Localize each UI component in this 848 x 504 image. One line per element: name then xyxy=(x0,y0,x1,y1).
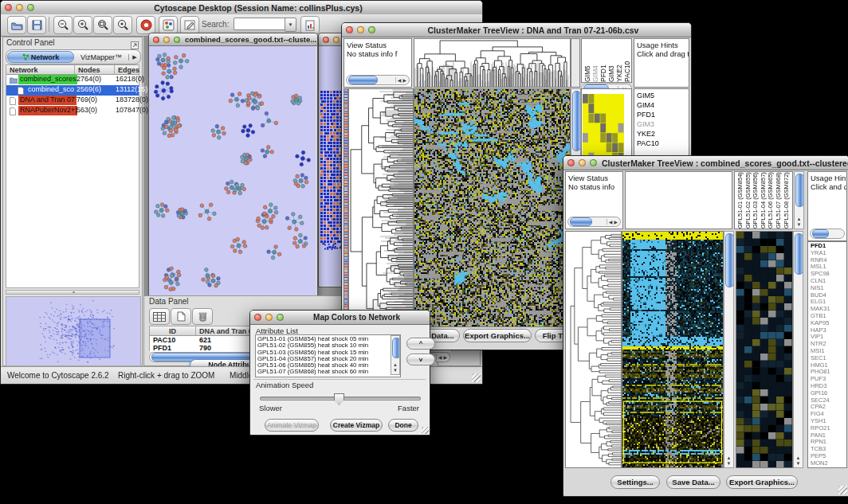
tv1-global-heatmap[interactable] xyxy=(414,88,571,327)
tv2-collabels-vscrollbar[interactable]: ▲▼ xyxy=(794,171,804,229)
attribute-item[interactable]: GPL51-07 (GSM868) heat shock 60 min xyxy=(257,369,398,375)
tv2-gene-label[interactable]: NIS1 xyxy=(811,285,846,292)
tv2-gene-label[interactable]: TCB3 xyxy=(811,446,846,453)
tv2-gene-label[interactable]: HMG1 xyxy=(811,362,846,369)
animate-vizmap-button[interactable]: Animate Vizmap xyxy=(265,419,319,432)
tv2-export-graphics-button[interactable]: Export Graphics... xyxy=(726,475,798,489)
tv2-gene-label[interactable]: MON2 xyxy=(811,460,846,467)
tv1-gene-label[interactable]: YKE2 xyxy=(637,129,689,139)
tv1-mini-scrollbar[interactable] xyxy=(571,38,580,88)
done-button[interactable]: Done xyxy=(388,419,418,432)
tv1-gene-label[interactable]: PAC10 xyxy=(637,139,689,148)
tv2-gene-label[interactable]: GPI16 xyxy=(811,390,846,397)
tv2-gene-label[interactable]: RPN1 xyxy=(811,439,846,446)
tv2-gene-label[interactable]: MSL1 xyxy=(811,264,846,271)
tv2-gene-label[interactable]: PFD1 xyxy=(811,243,846,250)
tv2-gene-list[interactable]: PFD1YRA1RNR4MSL1SPC98CLN1NIS1BUD4ELG1MAK… xyxy=(807,241,847,468)
tv1-titlebar[interactable]: ClusterMaker TreeView : DNA and Tran 07-… xyxy=(342,23,691,37)
tv2-gene-label[interactable]: NTR2 xyxy=(811,341,846,348)
tv2-gene-label[interactable]: ELG1 xyxy=(811,299,846,306)
zoom-button[interactable] xyxy=(174,37,180,43)
tv2-gene-label[interactable]: CPA2 xyxy=(811,404,846,411)
tv2-gene-label[interactable]: MSI1 xyxy=(811,348,846,355)
search-input[interactable] xyxy=(234,18,288,30)
tv2-heatmap-vscrollbar[interactable]: ▲▼ xyxy=(724,231,734,468)
move-down-button[interactable]: v xyxy=(406,354,435,365)
tv2-global-heatmap[interactable] xyxy=(622,231,724,468)
create-vizmap-button[interactable]: Create Vizmap xyxy=(330,419,383,432)
attribute-list-scrollbar[interactable]: ▲▼ xyxy=(391,335,400,375)
close-button[interactable] xyxy=(567,159,575,166)
tv2-gene-label[interactable]: HAP3 xyxy=(811,327,846,334)
tv2-gene-label[interactable]: GTB1 xyxy=(811,313,846,320)
slider-thumb[interactable] xyxy=(334,393,344,405)
panel-splitter[interactable] xyxy=(6,290,139,295)
vizmap-icon[interactable] xyxy=(159,16,178,34)
tv2-gene-label[interactable]: KAP95 xyxy=(811,320,846,327)
tv2-gene-label[interactable]: BUD4 xyxy=(811,292,846,299)
col-header-nodes[interactable]: Nodes xyxy=(75,65,115,75)
tv2-zoom-heatmap[interactable] xyxy=(736,231,793,468)
annotation-icon[interactable] xyxy=(180,16,199,34)
minimize-button[interactable] xyxy=(357,26,364,33)
animation-speed-slider[interactable] xyxy=(260,397,421,400)
data-col-id[interactable]: ID xyxy=(150,326,196,336)
tv2-zoom-vscrollbar[interactable]: ▲▼ xyxy=(793,231,803,468)
zoom-button[interactable] xyxy=(368,26,375,33)
zoom-out-icon[interactable] xyxy=(53,16,73,34)
tv2-gene-label[interactable]: CLN1 xyxy=(811,278,846,285)
tv1-export-graphics-button[interactable]: Export Graphics... xyxy=(463,329,532,342)
network-tree-row[interactable]: DNA and Tran 07769(0)183728(0) xyxy=(6,96,139,106)
tv2-gene-label[interactable]: SEC1 xyxy=(811,355,846,362)
main-titlebar[interactable]: Cytoscape Desktop (Session Name: collins… xyxy=(1,1,482,15)
tv2-gene-label[interactable]: MAK31 xyxy=(811,306,846,313)
zoom-selected-icon[interactable] xyxy=(113,16,132,34)
tv2-gene-label[interactable]: SEC24 xyxy=(811,397,846,404)
tv2-hints-scrollbar[interactable] xyxy=(810,229,845,239)
col-header-edges[interactable]: Edges xyxy=(115,65,139,75)
tv2-save-data-button[interactable]: Save Data... xyxy=(666,475,720,489)
tab-overflow-arrow[interactable]: ▶ xyxy=(128,54,140,61)
dialog-resize-grip[interactable] xyxy=(422,427,429,434)
tv1-gene-label[interactable]: PFD1 xyxy=(637,110,689,119)
tv1-row-dendrogram[interactable] xyxy=(348,88,414,327)
network-view-canvas[interactable] xyxy=(149,46,316,295)
close-button[interactable] xyxy=(323,37,329,43)
tv1-zoom-heatmap[interactable] xyxy=(583,94,624,162)
zoom-fit-icon[interactable] xyxy=(93,16,112,34)
tv2-column-dendrogram[interactable] xyxy=(625,171,732,229)
tv2-settings-button[interactable]: Settings... xyxy=(610,475,660,489)
tv2-gene-label[interactable]: PHO81 xyxy=(811,369,846,376)
tv2-gene-label[interactable]: PAN1 xyxy=(811,432,846,440)
zoom-in-icon[interactable] xyxy=(73,16,92,34)
close-button[interactable] xyxy=(153,37,159,43)
help-lifesaver-icon[interactable] xyxy=(136,16,155,34)
tv2-gene-label[interactable]: FIG4 xyxy=(811,411,846,418)
tab-network[interactable]: Network xyxy=(7,51,74,63)
minimize-button[interactable] xyxy=(16,4,23,11)
tv1-column-dendrogram[interactable] xyxy=(414,38,571,88)
minimize-button[interactable] xyxy=(579,159,586,166)
tv2-resize-grip[interactable] xyxy=(838,486,847,494)
new-document-icon[interactable] xyxy=(171,308,191,325)
zoom-button[interactable] xyxy=(590,159,597,166)
window-resize-grip[interactable] xyxy=(472,373,481,382)
search-dropdown-arrow[interactable]: ▼ xyxy=(285,18,296,32)
network-tree-row[interactable]: combined_scores2764(0)16218(0) xyxy=(6,75,139,85)
tv2-gene-label[interactable]: RPO21 xyxy=(811,425,846,432)
tv2-status-scrollbar[interactable]: ◀▶ xyxy=(567,217,621,227)
tv2-gene-label[interactable]: PEP5 xyxy=(811,453,846,460)
tv2-row-dendrogram[interactable] xyxy=(565,231,622,468)
network-tree-row[interactable]: combined_sco2569(6)13112(15) xyxy=(6,85,139,96)
col-header-network[interactable]: Network xyxy=(6,65,75,75)
tv1-status-scrollbar[interactable]: ◀▶ xyxy=(346,75,410,85)
tv2-gene-label[interactable]: VIP1 xyxy=(811,334,846,341)
zoom-button[interactable] xyxy=(277,314,284,321)
close-button[interactable] xyxy=(346,26,353,33)
tv1-gene-label[interactable]: GIM5 xyxy=(637,91,689,100)
network-window-1[interactable]: combined_scores_good.txt--cluste... xyxy=(148,33,318,297)
close-button[interactable] xyxy=(254,314,261,321)
minimize-button[interactable] xyxy=(265,314,273,321)
tv2-gene-label[interactable]: YRA1 xyxy=(811,250,846,257)
table-grid-icon[interactable] xyxy=(149,308,170,325)
